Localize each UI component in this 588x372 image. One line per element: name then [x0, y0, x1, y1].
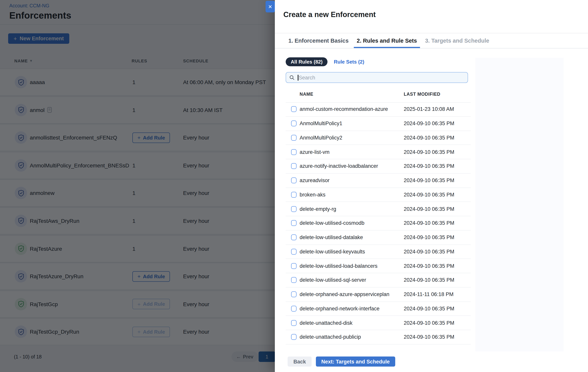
rule-checkbox[interactable] — [291, 106, 296, 112]
rule-last-modified: 2025-01-23 10:08 AM — [404, 106, 454, 112]
rule-name: delete-low-utilised-sql-server — [300, 277, 366, 283]
rule-last-modified: 2024-09-10 06:35 PM — [404, 192, 454, 198]
rule-last-modified: 2024-09-10 06:35 PM — [404, 177, 454, 183]
rule-name: delete-low-utilised-load-balancers — [300, 263, 378, 269]
rule-name: delete-unattached-disk — [300, 320, 352, 326]
next-button[interactable]: Next: Targets and Schedule — [316, 357, 395, 367]
step-enforcement-basics[interactable]: 1. Enforcement Basics — [285, 33, 352, 48]
drawer-title: Create a new Enforcement — [283, 11, 376, 19]
tab-rule-sets[interactable]: Rule Sets (2) — [332, 59, 367, 65]
app-root: Account: CCM-NG Enforcements + New Enfor… — [0, 0, 588, 372]
rule-checkbox[interactable] — [291, 291, 296, 297]
rule-last-modified: 2024-09-10 06:35 PM — [404, 220, 454, 226]
rule-checkbox[interactable] — [291, 149, 296, 155]
step-targets-and-schedule: 3. Targets and Schedule — [422, 33, 492, 48]
rules-column-last-modified: LAST MODIFIED — [404, 92, 440, 97]
rule-last-modified: 2024-09-10 06:35 PM — [404, 263, 454, 269]
rule-row[interactable]: delete-empty-rg 2024-09-10 06:35 PM — [286, 202, 471, 216]
rule-row[interactable]: azure-list-vm 2024-09-10 06:35 PM — [286, 145, 471, 159]
rule-name: delete-low-utilised-datalake — [300, 234, 363, 240]
rule-checkbox[interactable] — [291, 306, 296, 312]
rule-last-modified: 2024-11-11 06:18 PM — [404, 291, 453, 297]
rule-checkbox[interactable] — [291, 177, 296, 183]
rule-row[interactable]: delete-unattached-publicip 2024-09-10 06… — [286, 330, 471, 344]
rule-row[interactable]: delete-orphaned-network-interface 2024-0… — [286, 302, 471, 316]
text-caret — [298, 75, 298, 80]
rule-name: delete-empty-rg — [300, 206, 336, 212]
rule-row[interactable]: delete-low-utilised-sql-server 2024-09-1… — [286, 273, 471, 287]
rule-checkbox[interactable] — [291, 220, 296, 226]
rules-list-header: NAME LAST MODIFIED — [286, 88, 471, 103]
rule-checkbox[interactable] — [291, 163, 296, 169]
rules-list: anmol-custom-recommendation-azure 2025-0… — [286, 102, 471, 344]
search-box — [286, 72, 468, 83]
rule-row[interactable]: AnmolMultiPolicy1 2024-09-10 06:35 PM — [286, 117, 471, 131]
rule-checkbox[interactable] — [291, 249, 296, 255]
rule-name: azure-list-vm — [300, 149, 330, 155]
rule-checkbox[interactable] — [291, 263, 296, 269]
rule-name: broken-aks — [300, 192, 326, 198]
step-rules-and-rule-sets[interactable]: 2. Rules and Rule Sets — [354, 33, 420, 48]
rule-row[interactable]: anmol-custom-recommendation-azure 2025-0… — [286, 102, 471, 117]
rules-column-name: NAME — [300, 92, 313, 97]
rules-tabs: All Rules (82) Rule Sets (2) — [286, 57, 367, 66]
rule-checkbox[interactable] — [291, 192, 296, 198]
tab-all-rules[interactable]: All Rules (82) — [286, 57, 328, 66]
rule-last-modified: 2024-09-10 06:35 PM — [404, 334, 454, 340]
rule-row[interactable]: AnmolMultiPolicy2 2024-09-10 06:35 PM — [286, 131, 471, 145]
rule-last-modified: 2024-09-10 06:35 PM — [404, 163, 454, 169]
rule-row[interactable]: delete-low-utilised-cosmodb 2024-09-10 0… — [286, 216, 471, 230]
search-icon — [289, 75, 294, 80]
create-enforcement-drawer: ✕ Create a new Enforcement 1. Enforcemen… — [275, 0, 588, 372]
rule-name: anmol-custom-recommendation-azure — [300, 106, 388, 112]
rule-last-modified: 2024-09-10 06:35 PM — [404, 206, 454, 212]
rule-name: AnmolMultiPolicy2 — [300, 135, 342, 141]
wizard-steps: 1. Enforcement Basics 2. Rules and Rule … — [275, 33, 588, 48]
rule-checkbox[interactable] — [291, 320, 296, 326]
rule-last-modified: 2024-09-10 06:35 PM — [404, 234, 454, 240]
rule-name: delete-low-utilised-cosmodb — [300, 220, 365, 226]
rule-last-modified: 2024-09-10 06:35 PM — [404, 149, 454, 155]
rule-name: delete-low-utilised-keyvaults — [300, 249, 365, 255]
rule-row[interactable]: delete-orphaned-azure-appserviceplan 202… — [286, 287, 471, 302]
details-panel — [475, 58, 564, 351]
back-button[interactable]: Back — [288, 357, 312, 367]
rule-last-modified: 2024-09-10 06:35 PM — [404, 306, 454, 312]
rule-name: AnmolMultiPolicy1 — [300, 120, 342, 126]
rule-name: delete-orphaned-network-interface — [300, 306, 379, 312]
rule-last-modified: 2024-09-10 06:35 PM — [404, 277, 454, 283]
rule-name: delete-orphaned-azure-appserviceplan — [300, 291, 389, 297]
rule-name: azure-notify-inactive-loadbalancer — [300, 163, 378, 169]
rule-name: delete-unattached-publicip — [300, 334, 361, 340]
rule-checkbox[interactable] — [291, 135, 296, 141]
rule-row[interactable]: broken-aks 2024-09-10 06:35 PM — [286, 188, 471, 202]
close-icon[interactable]: ✕ — [265, 1, 275, 12]
rule-row[interactable]: delete-unattached-disk 2024-09-10 06:35 … — [286, 316, 471, 330]
rule-checkbox[interactable] — [291, 206, 296, 212]
rule-row[interactable]: delete-low-utilised-datalake 2024-09-10 … — [286, 230, 471, 245]
rule-checkbox[interactable] — [291, 120, 296, 126]
rule-last-modified: 2024-09-10 06:35 PM — [404, 320, 454, 326]
rule-row[interactable]: delete-low-utilised-load-balancers 2024-… — [286, 259, 471, 274]
search-input[interactable] — [299, 75, 464, 80]
rule-row[interactable]: delete-low-utilised-keyvaults 2024-09-10… — [286, 245, 471, 259]
rule-last-modified: 2024-09-10 06:35 PM — [404, 249, 454, 255]
rule-checkbox[interactable] — [291, 334, 296, 340]
rule-last-modified: 2024-09-10 06:35 PM — [404, 135, 454, 141]
rule-checkbox[interactable] — [291, 277, 296, 283]
rule-checkbox[interactable] — [291, 234, 296, 240]
rule-last-modified: 2024-09-10 06:35 PM — [404, 120, 454, 126]
rule-row[interactable]: azure-notify-inactive-loadbalancer 2024-… — [286, 159, 471, 174]
rule-name: azureadvisor — [300, 177, 330, 183]
rule-row[interactable]: azureadvisor 2024-09-10 06:35 PM — [286, 174, 471, 188]
